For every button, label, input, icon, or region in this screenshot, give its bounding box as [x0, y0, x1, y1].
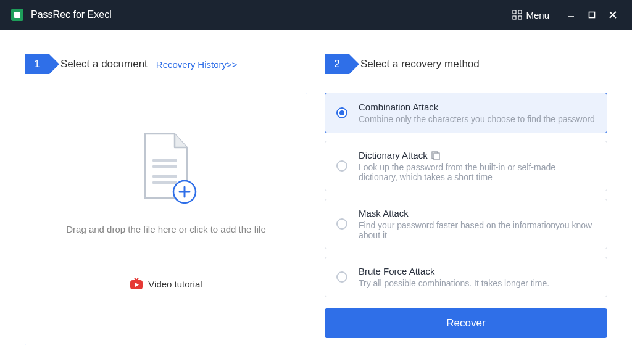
svg-rect-5 [589, 12, 595, 18]
svg-line-15 [135, 278, 136, 280]
step2-title: Select a recovery method [360, 58, 480, 70]
step2-panel: 2 Select a recovery method Combination A… [325, 54, 607, 345]
method-title-text: Dictionary Attack [359, 150, 428, 160]
menu-grid-icon [512, 10, 522, 20]
close-button[interactable] [602, 0, 623, 30]
method-brute-force-attack[interactable]: Brute Force Attack Try all possible comb… [325, 257, 607, 297]
method-mask-attack[interactable]: Mask Attack Find your password faster ba… [325, 199, 607, 249]
step2-number: 2 [325, 54, 349, 74]
minimize-icon [567, 10, 575, 19]
svg-rect-2 [513, 16, 516, 19]
maximize-button[interactable] [581, 0, 602, 30]
svg-line-16 [137, 278, 138, 280]
recover-button[interactable]: Recover [325, 308, 607, 338]
svg-rect-3 [518, 16, 522, 19]
main-content: 1 Select a document Recovery History>> [0, 30, 632, 364]
method-title: Mask Attack [359, 208, 596, 218]
method-title: Brute Force Attack [359, 266, 596, 276]
recovery-method-list: Combination Attack Combine only the char… [325, 93, 607, 297]
app-title: PassRec for Execl [31, 9, 112, 20]
step1-number: 1 [25, 54, 49, 74]
radio-icon [336, 271, 347, 283]
method-desc: Combine only the characters you choose t… [359, 114, 596, 124]
video-tutorial-label: Video tutorial [148, 279, 202, 289]
close-icon [609, 10, 617, 19]
method-dictionary-attack[interactable]: Dictionary Attack Look up the password f… [325, 141, 607, 191]
svg-rect-0 [513, 10, 516, 14]
radio-icon [336, 160, 347, 172]
method-combination-attack[interactable]: Combination Attack Combine only the char… [325, 93, 607, 133]
titlebar: PassRec for Execl Menu [0, 0, 632, 30]
method-desc: Look up the password from the built-in o… [359, 162, 596, 182]
step1-panel: 1 Select a document Recovery History>> [25, 54, 307, 345]
step1-title: Select a document [60, 58, 148, 70]
file-dropzone[interactable]: Drag and drop the file here or click to … [25, 93, 307, 345]
svg-rect-9 [152, 165, 177, 168]
svg-rect-20 [434, 153, 439, 160]
app-logo-icon [11, 9, 23, 21]
maximize-icon [588, 10, 596, 19]
radio-icon [336, 107, 347, 118]
method-desc: Find your password faster based on the i… [359, 220, 596, 240]
method-title: Dictionary Attack [359, 150, 596, 160]
svg-rect-1 [518, 10, 522, 14]
radio-icon [336, 218, 347, 230]
method-desc: Try all possible combinations. It takes … [359, 278, 596, 288]
video-tutorial-link[interactable]: Video tutorial [130, 278, 202, 290]
minimize-button[interactable] [560, 0, 581, 30]
step2-header: 2 Select a recovery method [325, 54, 607, 74]
svg-rect-10 [152, 175, 177, 178]
dropzone-text: Drag and drop the file here or click to … [66, 224, 266, 234]
video-tutorial-icon [130, 278, 143, 290]
method-title: Combination Attack [359, 102, 596, 112]
step1-header: 1 Select a document Recovery History>> [25, 54, 307, 74]
svg-rect-11 [152, 181, 177, 184]
menu-label: Menu [526, 10, 549, 20]
app-window: PassRec for Execl Menu [0, 0, 632, 364]
dictionary-file-icon [431, 151, 440, 160]
document-add-icon [135, 130, 197, 207]
recovery-history-link[interactable]: Recovery History>> [156, 59, 238, 70]
svg-rect-8 [152, 159, 177, 162]
menu-button[interactable]: Menu [512, 10, 549, 20]
